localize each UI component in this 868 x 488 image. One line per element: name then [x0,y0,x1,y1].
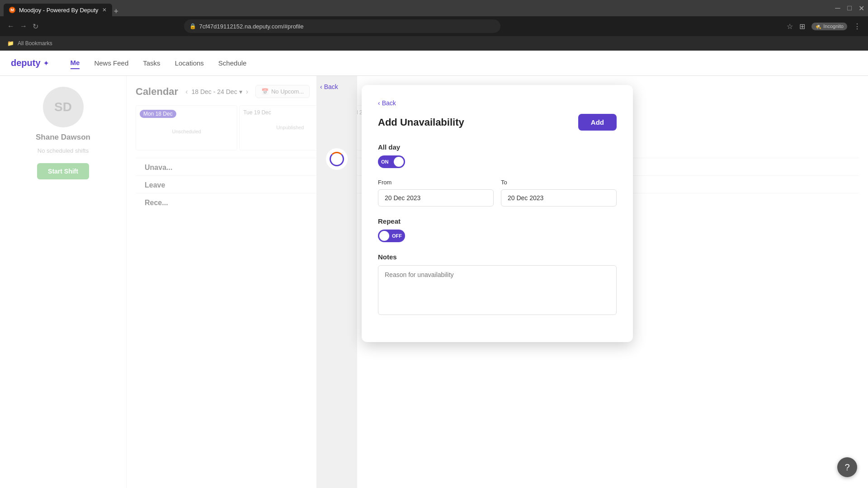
to-label: To [501,179,617,186]
tab-close-button[interactable]: ✕ [102,7,107,13]
no-upcoming-text: No Upcom... [271,88,304,95]
close-button[interactable]: ✕ [858,5,864,11]
incognito-badge: 🕵 Incognito [811,23,847,30]
nav-item-me[interactable]: Me [71,57,80,69]
profile-status: No scheduled shifts [38,147,89,154]
avatar-initials: SD [54,100,72,114]
date-range-text: 18 Dec - 24 Dec [191,88,237,95]
add-unavailability-panel: ‹ Back Add Unavailability Add All day ON [362,85,633,342]
all-day-section: All day ON [378,143,617,168]
incognito-icon: 🕵 [815,23,821,29]
all-day-toggle[interactable]: ON [378,155,405,168]
lock-icon: 🔒 [189,23,196,29]
bookmarks-label[interactable]: All Bookmarks [18,40,52,47]
notes-textarea[interactable] [378,265,617,315]
dropdown-chevron-icon: ▾ [239,88,242,95]
logo-star-icon: ✦ [43,60,49,67]
forward-nav-button[interactable]: → [20,22,27,30]
nav-item-locations[interactable]: Locations [175,57,204,69]
all-day-toggle-knob [394,157,404,167]
notes-section: Notes [378,253,617,317]
back-button-panel[interactable]: ‹ Back [378,99,617,107]
new-tab-button[interactable]: + [114,7,119,16]
bookmark-star-button[interactable]: ☆ [787,22,793,31]
calendar-day-mon: Mon 18 Dec Unscheduled [136,105,237,150]
nav-item-news-feed[interactable]: News Feed [94,57,128,69]
from-date-input[interactable] [378,189,494,206]
main-layout: SD Shane Dawson No scheduled shifts Star… [0,76,868,488]
calendar-prev-button[interactable]: ‹ [185,88,188,96]
repeat-toggle-label: OFF [392,233,402,239]
to-group: To [501,179,617,206]
add-unavailability-button[interactable]: Add [578,114,617,131]
day-label-mon: Mon 18 Dec [140,110,176,118]
all-day-toggle-label: ON [381,159,389,164]
help-button[interactable]: ? [837,457,857,477]
calendar-date-range[interactable]: 18 Dec - 24 Dec ▾ [191,88,242,95]
notes-label: Notes [378,253,617,261]
bookmarks-folder-icon: 📁 [7,40,14,47]
from-group: From [378,179,494,206]
all-day-toggle-container[interactable]: ON [378,155,617,168]
deputy-logo-small [326,148,348,170]
top-navigation: deputy ✦ Me News Feed Tasks Locations Sc… [0,51,868,76]
panel-title: Add Unavailability [378,117,464,128]
chevron-left-icon: ‹ [320,83,322,90]
start-shift-button[interactable]: Start Shift [37,163,89,179]
avatar: SD [43,87,84,127]
profile-sidebar: SD Shane Dawson No scheduled shifts Star… [0,76,127,488]
repeat-section: Repeat OFF [378,217,617,242]
repeat-toggle[interactable]: OFF [378,230,405,242]
nav-item-schedule[interactable]: Schedule [218,57,247,69]
calendar-title: Calendar [136,86,178,98]
calendar-icon: 📅 [261,88,269,95]
repeat-toggle-container[interactable]: OFF [378,230,617,242]
maximize-button[interactable]: □ [846,5,853,11]
panel-header: Add Unavailability Add [378,114,617,131]
logo-text: deputy [11,58,41,68]
back-button-first[interactable]: ‹ Back [320,83,354,90]
tab-favicon: M [9,7,15,13]
window-controls: ─ □ ✕ [835,5,864,11]
day-content-mon: Unscheduled [140,129,233,134]
back-label-first: Back [324,83,338,90]
bookmarks-bar: 📁 All Bookmarks [0,36,868,51]
from-to-row: From To [378,179,617,206]
browser-titlebar: M Moodjoy - Powered By Deputy ✕ + ─ □ ✕ [0,0,868,16]
incognito-label: Incognito [823,23,844,29]
url-text: 7cf47d19112152.na.deputy.com/#profile [199,23,303,30]
calendar-navigation: ‹ 18 Dec - 24 Dec ▾ › [185,88,248,96]
from-to-section: From To [378,179,617,206]
panel-chevron-left-icon: ‹ [378,99,380,107]
repeat-toggle-knob [379,231,389,241]
back-nav-button[interactable]: ← [7,22,14,30]
app-content: deputy ✦ Me News Feed Tasks Locations Sc… [0,51,868,488]
url-bar[interactable]: 🔒 7cf47d19112152.na.deputy.com/#profile [184,19,500,33]
address-bar-area: ← → ↻ 🔒 7cf47d19112152.na.deputy.com/#pr… [0,16,868,36]
all-day-label: All day [378,143,617,151]
address-actions: ☆ ⊞ 🕵 Incognito ⋮ [787,22,861,31]
profile-name: Shane Dawson [36,133,90,142]
split-view-button[interactable]: ⊞ [799,22,805,31]
deputy-logo: deputy ✦ [11,58,49,68]
from-label: From [378,179,494,186]
repeat-label: Repeat [378,217,617,225]
browser-tabs: M Moodjoy - Powered By Deputy ✕ + [4,0,118,16]
panel-back-label: Back [382,99,396,107]
active-tab[interactable]: M Moodjoy - Powered By Deputy ✕ [4,4,112,16]
nav-item-tasks[interactable]: Tasks [143,57,160,69]
more-options-button[interactable]: ⋮ [854,22,861,31]
minimize-button[interactable]: ─ [835,5,841,11]
deputy-logo-spinner [330,152,344,166]
calendar-next-button[interactable]: › [246,88,248,96]
tab-title: Moodjoy - Powered By Deputy [19,7,99,14]
refresh-button[interactable]: ↻ [33,22,38,31]
side-back-panel: ‹ Back [316,76,357,488]
to-date-input[interactable] [501,189,617,206]
no-upcoming-badge: 📅 No Upcom... [255,85,310,98]
